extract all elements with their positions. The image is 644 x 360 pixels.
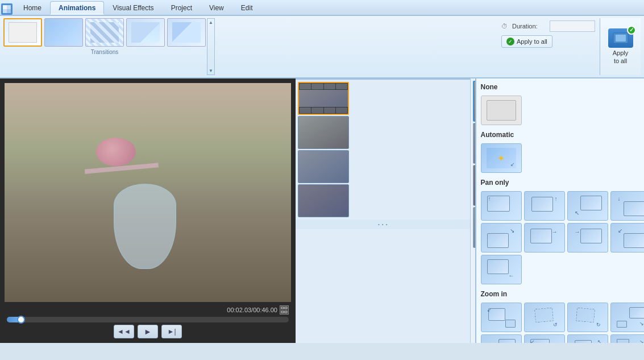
timeline-clip-1 <box>298 82 468 115</box>
check-icon: ✓ <box>506 38 514 45</box>
effect-pan-2[interactable]: ↑ <box>524 191 565 221</box>
video-controls: 00:02.03/00:46.00 ◄◄ ► ►| <box>5 305 291 338</box>
pan-arrow-9: ↙ <box>618 227 622 234</box>
ribbon-scroll-arrow[interactable]: ▲ ▼ <box>207 18 215 75</box>
right-panel: None Automatic <box>470 78 645 343</box>
svg-rect-8 <box>281 311 284 313</box>
clip-thumbnail-2[interactable] <box>298 116 349 149</box>
ribbon-scroll-down[interactable]: ▼ <box>207 67 214 75</box>
automatic-label: Automatic <box>481 131 645 140</box>
timeline-clips <box>296 80 470 220</box>
effect-pan-4[interactable]: ↓ <box>610 191 645 221</box>
rewind-button[interactable]: ◄◄ <box>114 325 134 338</box>
effect-pan-9[interactable]: ↙ <box>610 223 645 253</box>
effects-panel: None Automatic <box>475 78 645 343</box>
transition-blur[interactable] <box>44 18 83 47</box>
effect-automatic[interactable]: ✦ ↙ <box>481 143 522 173</box>
ribbon-scroll-up[interactable]: ▲ <box>207 19 214 26</box>
effect-section-pan-only: Pan only ↑ <box>481 179 645 284</box>
tab-home[interactable]: Home <box>15 1 50 15</box>
zoom-in-grid: ↙ ↺ <box>481 303 645 343</box>
video-scene <box>5 83 291 302</box>
dot-2: • <box>382 222 384 227</box>
effect-zoom-in-8[interactable]: ↖ <box>567 334 608 343</box>
timeline-clip-2 <box>298 116 468 149</box>
transitions-label: Transitions <box>3 49 206 55</box>
effect-pan-11[interactable]: ← <box>481 255 522 284</box>
svg-rect-3 <box>7 9 11 13</box>
pan-arrow-11: ← <box>509 272 514 279</box>
effect-pan-3[interactable]: ↖ <box>567 191 608 221</box>
effect-zoom-in-7[interactable]: ↙ ↙ <box>524 334 565 343</box>
effect-zoom-in-4[interactable]: ↘ <box>610 303 645 332</box>
tab-view[interactable]: View <box>201 1 232 15</box>
none-label: None <box>481 83 645 92</box>
duration-input[interactable] <box>550 20 595 32</box>
apply-icon: ✓ <box>608 28 633 48</box>
svg-rect-9 <box>285 311 287 313</box>
pan-arrow-1: ↑ <box>488 196 491 202</box>
star-icon: ✦ <box>497 153 505 164</box>
forward-button[interactable]: ►| <box>161 325 182 338</box>
svg-rect-7 <box>285 307 287 309</box>
apply-button-label: Apply to all <box>613 49 629 65</box>
effects-scroll[interactable]: None Automatic <box>476 78 645 343</box>
pan-only-grid: ↑ ↑ <box>481 191 645 284</box>
clip-thumbnail-1[interactable] <box>298 82 349 115</box>
clip-thumbnail-3[interactable] <box>298 150 349 183</box>
transition-none[interactable] <box>3 18 42 47</box>
auto-preview: ✦ ↙ <box>487 148 516 168</box>
effect-zoom-in-9[interactable]: ↘ <box>610 334 645 343</box>
tab-bar: Home Animations Visual Effects Project V… <box>0 0 644 16</box>
tab-edit[interactable]: Edit <box>232 1 261 15</box>
bottom-dots: • • • <box>296 220 470 229</box>
effects-inner: None Automatic <box>476 78 645 343</box>
svg-rect-6 <box>281 307 284 309</box>
bg-overlay <box>5 83 291 193</box>
time-text: 00:02.03/00:46.00 <box>227 307 277 313</box>
effect-zoom-in-6[interactable]: ↙ <box>481 334 522 343</box>
timeline-panel: • • • <box>296 78 470 343</box>
effect-zoom-in-2[interactable]: ↺ <box>524 303 565 332</box>
tab-visual-effects[interactable]: Visual Effects <box>104 1 162 15</box>
tab-animations[interactable]: Animations <box>50 1 104 15</box>
transition-fold[interactable] <box>126 18 165 47</box>
pan-only-label: Pan only <box>481 179 645 188</box>
pan-arrow-3: ↖ <box>575 210 579 216</box>
zoom-in-label: Zoom in <box>481 290 645 299</box>
apply-to-all-button[interactable]: ✓ Apply to all <box>501 35 552 48</box>
effect-zoom-in-3[interactable]: ↻ <box>567 303 608 332</box>
pan-arrow-2: ↑ <box>555 196 558 202</box>
ribbon: Transitions ▲ ▼ ⏱ Duration: ✓ Apply to a… <box>0 16 644 78</box>
fullscreen-button[interactable] <box>280 305 289 315</box>
timeline-clip-3 <box>298 150 468 183</box>
time-display: 00:02.03/00:46.00 <box>5 305 291 315</box>
playback-buttons: ◄◄ ► ►| <box>5 325 291 338</box>
transition-diagonal[interactable] <box>167 18 206 47</box>
duration-row: ⏱ Duration: <box>501 20 595 32</box>
dot-1: • <box>378 222 380 227</box>
main-content: 00:02.03/00:46.00 ◄◄ ► ►| <box>0 78 644 343</box>
video-preview-panel: 00:02.03/00:46.00 ◄◄ ► ►| <box>0 78 296 343</box>
effect-pan-1[interactable]: ↑ <box>481 191 522 221</box>
jar-element <box>114 184 176 269</box>
effect-none[interactable] <box>481 96 522 125</box>
play-button[interactable]: ► <box>138 325 158 338</box>
transition-tiled[interactable] <box>85 18 124 47</box>
pan-arrow-4: ↓ <box>618 196 621 202</box>
none-preview <box>487 100 516 121</box>
effect-zoom-in-1[interactable]: ↙ <box>481 303 522 332</box>
effect-pan-8[interactable]: → <box>567 223 608 253</box>
tab-project[interactable]: Project <box>163 1 201 15</box>
apply-all-panel[interactable]: ✓ Apply to all <box>600 18 641 75</box>
pan-arrow-8: → <box>575 229 580 235</box>
dot-3: • <box>386 222 388 227</box>
video-frame <box>5 83 291 302</box>
clip-thumbnail-4[interactable] <box>298 184 349 217</box>
effect-pan-6[interactable]: ↘ <box>481 223 522 253</box>
svg-rect-2 <box>3 9 7 13</box>
progress-thumb[interactable] <box>17 316 25 324</box>
svg-rect-0 <box>3 5 7 9</box>
progress-bar[interactable] <box>7 317 289 322</box>
effect-pan-7[interactable]: → <box>524 223 565 253</box>
